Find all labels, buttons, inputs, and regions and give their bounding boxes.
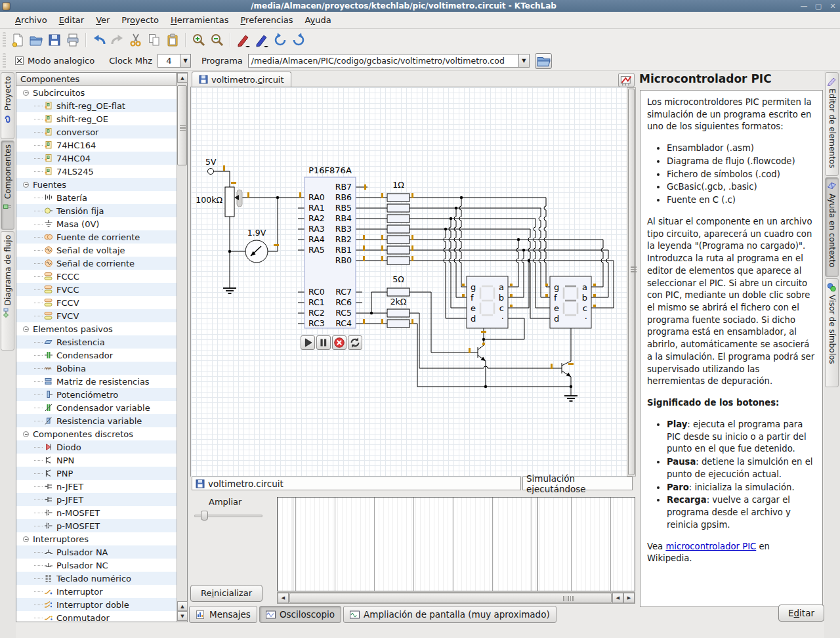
- paste-button[interactable]: [164, 32, 181, 49]
- tree-item-npn[interactable]: NPN: [16, 454, 177, 467]
- dock-tab-componentes[interactable]: Componentes: [1, 140, 14, 230]
- print-button[interactable]: [64, 32, 81, 49]
- tree-item-fvcc[interactable]: FVCC: [16, 283, 177, 296]
- dock-tab-editor-de-elementos[interactable]: Editor de elementos: [825, 72, 839, 176]
- zoom-in-button[interactable]: [190, 32, 207, 49]
- palette-scrollbar[interactable]: ▲ ▲ ▼: [177, 73, 187, 622]
- menu-archivo[interactable]: Archivo: [9, 13, 53, 27]
- tree-item-shift-reg-oe[interactable]: shift-reg_OE: [16, 112, 177, 125]
- undo-button[interactable]: [91, 32, 108, 49]
- tree-item-fvcv[interactable]: FVCV: [16, 309, 177, 322]
- minimize-button[interactable]: —: [797, 2, 811, 11]
- clock-value-field[interactable]: 4: [158, 54, 180, 68]
- tree-item-teclado-num-rico[interactable]: Teclado numérico: [16, 572, 177, 585]
- menu-ayuda[interactable]: Ayuda: [299, 13, 337, 27]
- tree-item-fuente-de-corriente[interactable]: Fuente de corriente: [16, 230, 177, 244]
- browse-program-button[interactable]: [535, 53, 552, 69]
- zoom-out-button[interactable]: [209, 32, 226, 49]
- menu-editar[interactable]: Editar: [53, 13, 91, 27]
- tree-item-matriz-de-resistencias[interactable]: Matriz de resistencias: [16, 375, 177, 388]
- canvas-vscrollbar[interactable]: [627, 87, 636, 477]
- circuit-canvas[interactable]: 5V100kΩ1.9VP16F876A1Ω5Ω2kΩRA0RA1RA2RA3RA…: [190, 87, 627, 477]
- maximize-button[interactable]: ▢: [811, 2, 826, 11]
- scope-zoom-slider-handle[interactable]: [201, 511, 208, 521]
- menu-proyecto[interactable]: Proyecto: [116, 13, 165, 27]
- tree-item-fccc[interactable]: FCCC: [16, 270, 177, 283]
- tree-item-74hc164[interactable]: 74HC164: [16, 138, 177, 152]
- tree-item-p-mosfet[interactable]: p-MOSFET: [16, 519, 177, 532]
- wikipedia-link[interactable]: microcontrolador PIC: [665, 542, 756, 551]
- scrollbar-thumb[interactable]: [177, 85, 187, 165]
- tree-item-n-jfet[interactable]: n-JFET: [16, 480, 177, 493]
- tree-item-resistencia[interactable]: Resistencia: [16, 335, 177, 349]
- tree-item-conmutador[interactable]: Conmutador: [16, 611, 177, 622]
- tree-item-p-jfet[interactable]: p-JFET: [16, 493, 177, 506]
- analog-mode-checkbox[interactable]: [15, 56, 24, 65]
- tab-ampliaci-n-de-pantalla-muy-apr[interactable]: Ampliación de pantalla (muy aproximado): [343, 606, 556, 623]
- draw-red-wire-button[interactable]: [235, 32, 252, 49]
- dock-tab-proyecto[interactable]: Proyecto: [1, 72, 14, 139]
- tree-item-74ls245[interactable]: 74LS245: [16, 165, 177, 178]
- tree-item-tensi-n-fija[interactable]: Tensión fija: [16, 204, 177, 217]
- scroll-down-button[interactable]: ▼: [177, 611, 188, 621]
- scope-hscrollbar[interactable]: ◀ ◀ ▶: [277, 592, 635, 604]
- dock-tab-ayuda-en-contexto[interactable]: Ayuda en contexto: [825, 177, 839, 277]
- close-button[interactable]: ✕: [826, 2, 840, 11]
- tree-item-condensador-variable[interactable]: Condensador variable: [16, 401, 177, 414]
- play-button[interactable]: [301, 335, 315, 350]
- tree-category-interruptores[interactable]: Interruptores: [16, 532, 177, 545]
- tab-osciloscopio[interactable]: Osciloscopio: [259, 606, 341, 623]
- tree-item-pulsador-nc[interactable]: Pulsador NC: [16, 559, 177, 572]
- collapse-icon[interactable]: [23, 326, 29, 332]
- tree-item-pnp[interactable]: PNP: [16, 467, 177, 480]
- scope-scroll-thumb[interactable]: [289, 593, 612, 603]
- scroll-up-button[interactable]: ▲: [177, 73, 188, 83]
- tree-item-fccv[interactable]: FCCV: [16, 296, 177, 309]
- toolbar-handle[interactable]: [3, 32, 6, 48]
- menu-preferencias[interactable]: Preferencias: [234, 13, 299, 27]
- redo-button[interactable]: [109, 32, 126, 49]
- tree-item-se-al-de-corriente[interactable]: Señal de corriente: [16, 257, 177, 270]
- copy-button[interactable]: [146, 32, 163, 49]
- program-dropdown-button[interactable]: ▼: [518, 54, 530, 68]
- rotate-left-button[interactable]: [272, 32, 289, 49]
- tree-item-conversor[interactable]: conversor: [16, 125, 177, 138]
- tree-category-fuentes[interactable]: Fuentes: [16, 178, 177, 191]
- tree-item-masa-0v-[interactable]: Masa (0V): [16, 217, 177, 230]
- tree-item-pulsador-na[interactable]: Pulsador NA: [16, 545, 177, 559]
- tree-item-74hc04[interactable]: 74HC04: [16, 152, 177, 165]
- tree-item-condensador[interactable]: Condensador: [16, 349, 177, 362]
- pause-button[interactable]: [316, 335, 331, 350]
- dock-tab-diagrama-de-flujo[interactable]: Diagrama de flujo: [1, 231, 14, 351]
- scroll-left-button-2[interactable]: ◀: [612, 593, 623, 603]
- tree-category-componentes-discretos[interactable]: Componentes discretos: [16, 427, 177, 440]
- collapse-icon[interactable]: [23, 431, 29, 437]
- tree-item-bater-a[interactable]: Batería: [16, 191, 177, 204]
- menu-herramientas[interactable]: Herramientas: [165, 13, 235, 27]
- tree-item-interruptor-doble[interactable]: Interruptor doble: [16, 598, 177, 611]
- tree-item-resistencia-variable[interactable]: Resistencia variable: [16, 414, 177, 427]
- program-path-field[interactable]: /media/Almacen/PIC/codigo/gcbasic/voltim…: [248, 54, 518, 68]
- tree-item-shift-reg-oe-flat[interactable]: shift-reg_OE-flat: [16, 99, 177, 112]
- rotate-right-button[interactable]: [290, 32, 307, 49]
- edit-button[interactable]: Editar: [778, 605, 824, 622]
- save-file-button[interactable]: [46, 32, 63, 49]
- clock-dropdown-button[interactable]: ▼: [180, 54, 191, 68]
- collapse-icon[interactable]: [23, 182, 29, 188]
- open-file-button[interactable]: [28, 32, 45, 49]
- tab-mensajes[interactable]: Mensajes: [189, 606, 257, 623]
- collapse-icon[interactable]: [23, 90, 29, 96]
- tab-voltimetro-circuit[interactable]: voltimetro.circuit: [192, 72, 291, 87]
- tree-item-bobina[interactable]: Bobina: [16, 362, 177, 375]
- draw-blue-wire-button[interactable]: [253, 32, 270, 49]
- collapse-icon[interactable]: [23, 536, 29, 542]
- tree-item-n-mosfet[interactable]: n-MOSFET: [16, 506, 177, 519]
- pic-help-icon-button[interactable]: [618, 73, 635, 87]
- tree-category-subcircuitos[interactable]: Subcircuitos: [16, 86, 177, 99]
- cut-button[interactable]: [127, 32, 144, 49]
- tree-item-potenci-metro[interactable]: Potenciómetro: [16, 388, 177, 401]
- tree-item-se-al-de-voltaje[interactable]: Señal de voltaje: [16, 244, 177, 257]
- tree-item-interruptor[interactable]: Interruptor: [16, 585, 177, 598]
- new-document-button[interactable]: [9, 32, 26, 49]
- tree-category-elementos-pasivos[interactable]: Elementos pasivos: [16, 322, 177, 335]
